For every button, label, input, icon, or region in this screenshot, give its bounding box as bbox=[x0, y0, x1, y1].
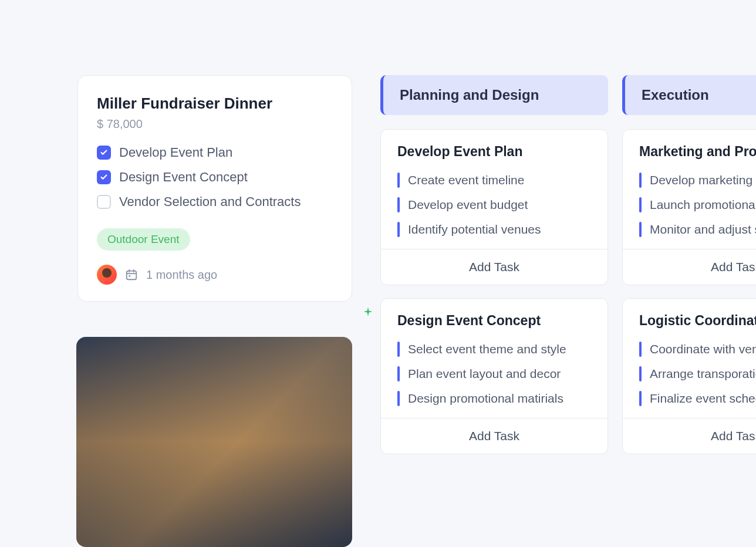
subtask-label: Design promotional matirials bbox=[408, 391, 563, 406]
add-task-button[interactable]: Add Task bbox=[381, 418, 608, 454]
event-tag[interactable]: Outdoor Event bbox=[97, 228, 190, 251]
accent-bar-icon bbox=[639, 173, 642, 188]
subtask-label: Identify potential venues bbox=[408, 222, 541, 237]
accent-bar-icon bbox=[397, 391, 400, 406]
checklist-label: Develop Event Plan bbox=[119, 145, 232, 160]
subtask-item[interactable]: Plan event layout and decor bbox=[397, 366, 591, 381]
column-title: Planning and Design bbox=[400, 87, 539, 103]
task-title: Marketing and Promotion bbox=[639, 144, 756, 160]
subtask-label: Develop marketing plan bbox=[650, 173, 756, 187]
subtask-item[interactable]: Develop event budget bbox=[397, 197, 591, 212]
task-title: Logistic Coordination bbox=[639, 313, 756, 329]
calendar-icon bbox=[125, 268, 138, 281]
checklist-item[interactable]: Develop Event Plan bbox=[97, 145, 333, 160]
subtask-item[interactable]: Identify potential venues bbox=[397, 222, 591, 237]
sparkle-icon bbox=[363, 306, 373, 317]
add-task-button[interactable]: Add Task bbox=[623, 249, 756, 285]
task-title: Develop Event Plan bbox=[397, 144, 591, 160]
task-card[interactable]: Marketing and Promotion Develop marketin… bbox=[622, 129, 756, 285]
subtask-item[interactable]: Monitor and adjust strategy bbox=[639, 222, 756, 237]
event-title: Miller Fundraiser Dinner bbox=[97, 94, 333, 113]
subtask-item[interactable]: Finalize event schedule bbox=[639, 391, 756, 406]
accent-bar-icon bbox=[397, 222, 400, 237]
event-budget: $ 78,000 bbox=[97, 117, 333, 131]
subtask-label: Monitor and adjust strategy bbox=[650, 222, 756, 237]
subtask-label: Select event theme and style bbox=[408, 342, 566, 356]
accent-bar-icon bbox=[397, 366, 400, 381]
task-card[interactable]: Design Event Concept Select event theme … bbox=[380, 298, 608, 454]
subtask-label: Plan event layout and decor bbox=[408, 367, 561, 381]
accent-bar-icon bbox=[639, 197, 642, 212]
column-header[interactable]: Execution bbox=[622, 75, 756, 115]
subtask-label: Coordinate with vendors bbox=[650, 342, 756, 356]
kanban-column-execution: Execution Marketing and Promotion Develo… bbox=[622, 75, 756, 467]
accent-bar-icon bbox=[397, 197, 400, 212]
app-canvas: Miller Fundraiser Dinner $ 78,000 Develo… bbox=[0, 0, 756, 547]
event-photo bbox=[76, 337, 352, 547]
checklist-label: Vendor Selection and Contracts bbox=[119, 194, 301, 210]
accent-bar-icon bbox=[397, 342, 400, 357]
column-header[interactable]: Planning and Design bbox=[380, 75, 608, 115]
subtask-label: Launch promotional campaigns bbox=[650, 198, 756, 212]
subtask-item[interactable]: Launch promotional campaigns bbox=[639, 197, 756, 212]
event-card-footer: 1 months ago bbox=[97, 265, 333, 285]
add-task-button[interactable]: Add Task bbox=[381, 249, 608, 285]
accent-bar-icon bbox=[639, 366, 642, 381]
svg-rect-1 bbox=[129, 275, 130, 277]
task-card[interactable]: Logistic Coordination Coordinate with ve… bbox=[622, 298, 756, 454]
subtask-label: Arrange transporation bbox=[650, 367, 756, 381]
task-card[interactable]: Develop Event Plan Create event timeline… bbox=[380, 129, 608, 285]
svg-rect-0 bbox=[127, 271, 137, 280]
subtask-item[interactable]: Coordinate with vendors bbox=[639, 342, 756, 357]
subtask-label: Create event timeline bbox=[408, 173, 524, 187]
column-title: Execution bbox=[642, 87, 709, 103]
subtask-item[interactable]: Design promotional matirials bbox=[397, 391, 591, 406]
event-timestamp: 1 months ago bbox=[146, 268, 217, 282]
add-task-button[interactable]: Add Task bbox=[623, 418, 756, 454]
subtask-item[interactable]: Develop marketing plan bbox=[639, 173, 756, 188]
avatar[interactable] bbox=[97, 265, 117, 285]
checklist-item[interactable]: Design Event Concept bbox=[97, 170, 333, 185]
accent-bar-icon bbox=[639, 391, 642, 406]
checklist-label: Design Event Concept bbox=[119, 170, 248, 185]
kanban-column-planning: Planning and Design Develop Event Plan C… bbox=[380, 75, 608, 467]
task-title: Design Event Concept bbox=[397, 313, 591, 329]
subtask-item[interactable]: Arrange transporation bbox=[639, 366, 756, 381]
subtask-label: Finalize event schedule bbox=[650, 391, 756, 406]
checklist-item[interactable]: Vendor Selection and Contracts bbox=[97, 194, 333, 210]
subtask-label: Develop event budget bbox=[408, 198, 528, 212]
accent-bar-icon bbox=[639, 342, 642, 357]
checkbox-checked-icon[interactable] bbox=[97, 146, 111, 160]
event-summary-card[interactable]: Miller Fundraiser Dinner $ 78,000 Develo… bbox=[77, 75, 352, 302]
accent-bar-icon bbox=[639, 222, 642, 237]
subtask-item[interactable]: Create event timeline bbox=[397, 173, 591, 188]
checkbox-checked-icon[interactable] bbox=[97, 170, 111, 184]
accent-bar-icon bbox=[397, 173, 400, 188]
subtask-item[interactable]: Select event theme and style bbox=[397, 342, 591, 357]
checkbox-unchecked-icon[interactable] bbox=[97, 195, 111, 209]
